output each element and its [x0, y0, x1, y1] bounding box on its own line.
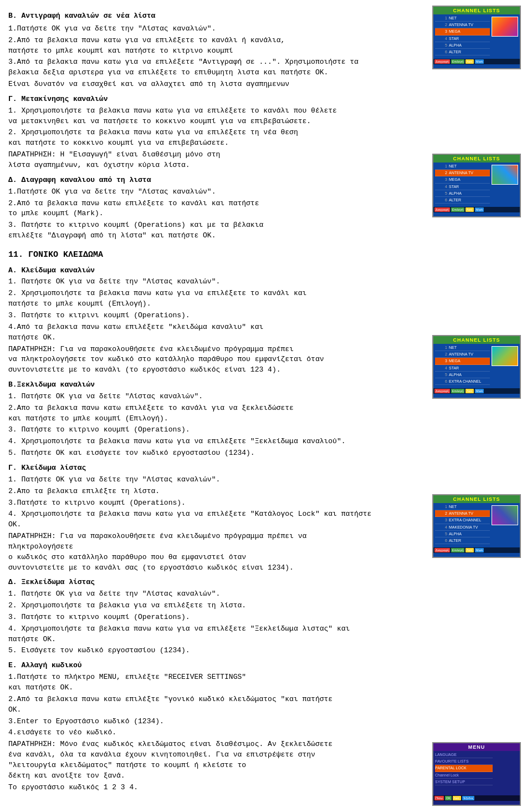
list-row: Channel Lock [435, 772, 493, 779]
channel-ops-bar-3: Διαγραφή Επιλογή Λειτ. Mark [433, 388, 520, 394]
red-button-4: Διαγραφή [434, 548, 450, 552]
yellow-button-1: Λειτ. [466, 59, 474, 64]
list-row: 2ANTENNA TV [435, 351, 490, 358]
list-row: 5ALPHA [435, 190, 490, 197]
section-g-lock-step1: 1. Πατήστε ΟΚ για να δείτε την "Λίστας κ… [8, 475, 424, 485]
channel-list-title-3: CHANNEL LISTS [433, 336, 520, 344]
menu-title-5: MENU [433, 743, 520, 751]
list-row-active: 3MEGA [435, 358, 490, 364]
section-e-step2: 2.Από τα βελακια πανω κατω επιλέξτε "γον… [8, 694, 424, 715]
yellow-button-3: Λειτ. [466, 389, 474, 393]
list-row: 6EXTRA CHANNEL [435, 378, 490, 385]
blue-button-2: Mark [475, 207, 484, 212]
list-row: 5ALPHA [435, 372, 490, 378]
section-d-step2: 2.Από τα βελακια πανω κατω επιλέξετε το … [8, 199, 424, 220]
section-g-lock-note: ΠΑΡΑΤΗΡΗΣΗ: Για να παρακολουθήσετε ένα κ… [8, 531, 424, 573]
list-row: 1NET [435, 344, 490, 351]
section-d-title: Δ. Διαγραφη καναλιου από τη λιστα [8, 175, 424, 186]
section11-title: 11. ΓΟΝΙΚΟ ΚΛΕΙΔΩΜΑ [8, 249, 424, 261]
section-a-lock-step1: 1. Πατήστε ΟΚ για να δείτε την "Λίστας κ… [8, 277, 424, 287]
green-button-2: Επιλογή [451, 207, 464, 212]
section-a-lock-note: ΠΑΡΑΤΗΡΗΣΗ: Για να παρακολουθήσετε ένα κ… [8, 344, 424, 376]
section-e-step4: 4.εισάγετε το νέο κωδικό. [8, 728, 424, 738]
channel-video-2 [492, 165, 518, 185]
channel-list-rows-4: 1NET 2ANTENNA TV 3EXTRA CHANNEL 4MAKEDON… [433, 503, 492, 545]
green-button-5: ΟΚ [445, 796, 452, 800]
channel-video-1 [492, 17, 518, 37]
blue-button-5: Έξοδος [462, 796, 474, 800]
green-button-3: Επιλογή [451, 389, 464, 393]
menu-rows-5: LANGUAGE FAVOURITE LISTS PARENTAL LOCK C… [433, 751, 494, 786]
list-row: FAVOURITE LISTS [435, 758, 493, 765]
section-g-note: ΠΑΡΑΤΗΡΗΣΗ: Η "Εισαγωγή" είναι διαθέσιμη… [8, 150, 424, 171]
screenshot-1-block: CHANNEL LISTS 1NET 2ANTENNA TV 3MEGA 4ST… [429, 6, 524, 69]
list-row: SYSTEM SETUP [435, 779, 493, 785]
section-g-lock-title: Γ. Κλείδωμα λίστας [8, 463, 424, 474]
channel-list-screenshot-2: CHANNEL LISTS 1NET 2ANTENNA TV 3MEGA 4ST… [432, 154, 521, 217]
section-g-step1: 1. Χρησιμοποιήστε τα βελακια πανω κατω γ… [8, 106, 424, 127]
list-row: 6ALTER [435, 197, 490, 204]
menu-ops-bar-5: Πίσω ΟΚ Λειτ. Έξοδος [433, 795, 520, 801]
section-d-unlock-step4: 4. Χρησιμοποιήστε τα βελακια πανω κατω γ… [8, 624, 424, 645]
screenshot-2-block: CHANNEL LISTS 1NET 2ANTENNA TV 3MEGA 4ST… [429, 154, 524, 217]
section-d-step3: 3. Πατήστε το κιτρινο κουμπί (Operations… [8, 220, 424, 241]
red-button-3: Διαγραφή [434, 389, 450, 393]
list-row: 4STAR [435, 365, 490, 372]
list-row: 4STAR [435, 35, 490, 42]
section-d-unlock-step5: 5. Εισάγετε τον κωδικό εργοστασίου (1234… [8, 646, 424, 656]
section-e-footer: Το εργοστάσιο κωδικός 1 2 3 4. [8, 783, 424, 793]
section-e-note: ΠΑΡΑΤΗΡΗΣΗ: Μόνο ένας κωδικός κλειδώματο… [8, 739, 424, 781]
list-row-active: 2ANTENNA TV [435, 510, 490, 517]
green-button-1: Επιλογή [451, 59, 464, 64]
channel-list-title-1: CHANNEL LISTS [433, 7, 520, 14]
channel-list-screenshot-1: CHANNEL LISTS 1NET 2ANTENNA TV 3MEGA 4ST… [432, 6, 521, 69]
list-row: 4MAKEDONIA TV [435, 524, 490, 531]
list-row-active: 2ANTENNA TV [435, 170, 490, 176]
channel-list-title-2: CHANNEL LISTS [433, 155, 520, 163]
list-row: 1NET [435, 163, 490, 170]
list-row: 3EXTRA CHANNEL [435, 517, 490, 524]
section-e-title: Ε. Αλλαγή κωδικού [8, 661, 424, 671]
list-row-active: PARENTAL LOCK [435, 765, 493, 772]
channel-video-3 [492, 346, 518, 366]
green-button-4: Επιλογή [451, 548, 464, 552]
screenshot-3-block: CHANNEL LISTS 1NET 2ANTENNA TV 3MEGA 4ST… [429, 335, 524, 399]
section-d-unlock-step2: 2. Χρησιμοποιήστε τα βελακια για να επιλ… [8, 601, 424, 611]
red-button-1: Διαγραφή [434, 59, 450, 64]
section-b-unlock-title: Β.Ξεκλιδωμα καναλιών [8, 380, 424, 390]
channel-list-screenshot-3: CHANNEL LISTS 1NET 2ANTENNA TV 3MEGA 4ST… [432, 335, 521, 399]
section-b-title: Β. Αντιγραφή καναλιών σε νέα λίστα [8, 11, 424, 22]
list-row: 1NET [435, 15, 490, 22]
channel-ops-bar-4: Διαγραφή Επιλογή Λειτ. Mark [433, 547, 520, 553]
list-row-active: 3MEGA [435, 28, 490, 35]
channel-list-title-4: CHANNEL LISTS [433, 495, 520, 503]
section-g-lock-step4: 4. Χρησιμοποιήστε τα βελακια πανω κατω γ… [8, 509, 424, 530]
list-row: 4STAR [435, 184, 490, 190]
section-e-step3: 3.Enter το Εργοστάσιο κωδικό (1234). [8, 717, 424, 727]
yellow-button-2: Λειτ. [466, 207, 474, 212]
channel-video-4 [492, 505, 518, 525]
section-b-step4: Είναι δυνατόν να εισαχθεί και να αλλαχτε… [8, 79, 424, 90]
section-b-unlock-step4: 4. Χρησιμοποιήστε τα βελακια πανω κατω γ… [8, 437, 424, 447]
channel-list-rows-2: 1NET 2ANTENNA TV 3MEGA 4STAR 5ALPHA 6ALT… [433, 163, 492, 204]
text-column: Β. Αντιγραφή καναλιών σε νέα λίστα 1.Πατ… [8, 6, 429, 807]
channel-list-screenshot-4: CHANNEL LISTS 1NET 2ANTENNA TV 3EXTRA CH… [432, 494, 521, 558]
list-row: 5ALPHA [435, 42, 490, 49]
menu-screenshot-5: MENU LANGUAGE FAVOURITE LISTS PARENTAL L… [432, 742, 521, 806]
section-b-unlock-step5: 5. Πατήστε ΟΚ και εισάγετε τον κωδικό ερ… [8, 448, 424, 459]
yellow-button-4: Λειτ. [466, 548, 474, 552]
section-g-title: Γ. Μετακίνησης καναλιών [8, 94, 424, 105]
channel-list-rows-3: 1NET 2ANTENNA TV 3MEGA 4STAR 5ALPHA 6EXT… [433, 344, 492, 385]
blue-button-1: Mark [475, 59, 484, 64]
screenshot-4-block: CHANNEL LISTS 1NET 2ANTENNA TV 3EXTRA CH… [429, 494, 524, 558]
section-d-unlock-step1: 1. Πατήστε ΟΚ για να δείτε την "Λίστας κ… [8, 589, 424, 600]
channel-ops-bar-2: Διαγραφή Επιλογή Λειτ. Mark [433, 207, 520, 212]
list-row: LANGUAGE [435, 752, 493, 758]
section-d-step1: 1.Πατήστε ΟΚ για να δείτε την "Λίστας κα… [8, 187, 424, 197]
blue-button-4: Mark [475, 548, 484, 552]
section-b-step1: 1.Πατήστε ΟΚ για να δείτε την "Λίστας κα… [8, 24, 424, 34]
channel-ops-bar-1: Διαγραφή Επιλογή Λειτ. Mark [433, 59, 520, 64]
channel-list-rows-1: 1NET 2ANTENNA TV 3MEGA 4STAR 5ALPHA 6ALT… [433, 14, 492, 56]
list-row: 2ANTENNA TV [435, 22, 490, 28]
red-button-2: Διαγραφή [434, 207, 450, 212]
